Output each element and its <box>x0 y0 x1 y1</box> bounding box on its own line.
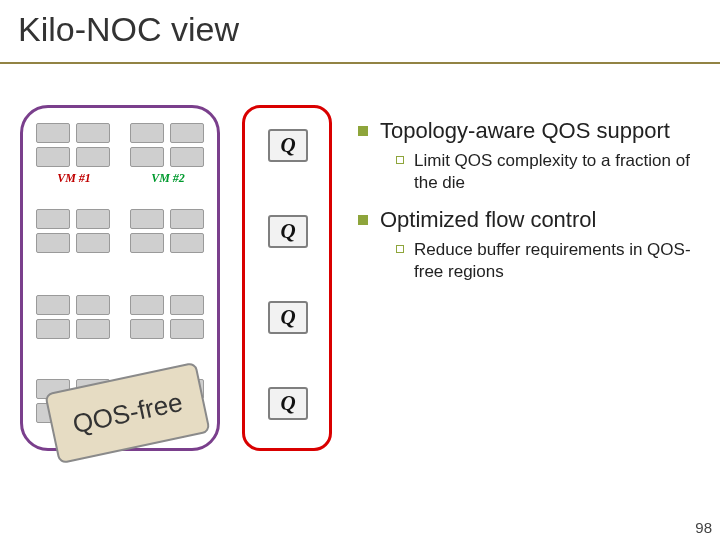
bullet-level1: Topology-aware QOS support <box>358 118 698 144</box>
bullet-square-icon <box>358 126 368 136</box>
tile <box>36 233 70 253</box>
vm-cell-1: VM #1 <box>34 121 114 187</box>
vm-label: VM #2 <box>128 171 208 186</box>
bullet-text: Optimized flow control <box>380 207 596 233</box>
q-node: Q <box>268 129 308 162</box>
q-node: Q <box>268 387 308 420</box>
tile <box>130 209 164 229</box>
bullet-hollow-square-icon <box>396 245 404 253</box>
bullet-content: Topology-aware QOS support Limit QOS com… <box>358 118 698 296</box>
tile-grid <box>34 121 114 169</box>
tile <box>76 319 110 339</box>
tile <box>76 147 110 167</box>
vm-label: VM #1 <box>34 171 114 186</box>
tile <box>76 295 110 315</box>
tile-grid <box>128 207 208 255</box>
vm-cell-5 <box>34 293 114 359</box>
page-number: 98 <box>695 519 712 536</box>
tile <box>36 295 70 315</box>
tile <box>76 209 110 229</box>
bullet-square-icon <box>358 215 368 225</box>
tile <box>36 147 70 167</box>
tile <box>76 123 110 143</box>
bullet-text: Topology-aware QOS support <box>380 118 670 144</box>
vm-cell-2: VM #2 <box>128 121 208 187</box>
tile <box>36 123 70 143</box>
q-node: Q <box>268 215 308 248</box>
tile <box>170 319 204 339</box>
tile <box>130 147 164 167</box>
tile <box>170 147 204 167</box>
tile-grid <box>128 121 208 169</box>
slide: Kilo-NOC view VM #1 VM #2 Q <box>0 0 720 540</box>
vm-cell-4 <box>128 207 208 273</box>
tile-grid <box>34 293 114 341</box>
title-underline <box>0 62 720 64</box>
tile <box>130 123 164 143</box>
tile <box>170 209 204 229</box>
tile <box>36 209 70 229</box>
tile <box>170 123 204 143</box>
tile <box>36 319 70 339</box>
vm-cell-3 <box>34 207 114 273</box>
tile <box>130 319 164 339</box>
bullet-hollow-square-icon <box>396 156 404 164</box>
tile <box>130 295 164 315</box>
bullet-level2: Reduce buffer requirements in QOS-free r… <box>396 239 698 282</box>
tile <box>130 233 164 253</box>
tile-grid <box>34 207 114 255</box>
tile-grid <box>128 293 208 341</box>
bullet-subtext: Limit QOS complexity to a fraction of th… <box>414 150 698 193</box>
slide-title: Kilo-NOC view <box>18 10 239 49</box>
bullet-level1: Optimized flow control <box>358 207 698 233</box>
tile <box>170 233 204 253</box>
tile <box>76 233 110 253</box>
vm-cell-6 <box>128 293 208 359</box>
bullet-level2: Limit QOS complexity to a fraction of th… <box>396 150 698 193</box>
architecture-diagram: VM #1 VM #2 Q <box>20 105 332 451</box>
q-node: Q <box>268 301 308 334</box>
tile <box>170 295 204 315</box>
bullet-subtext: Reduce buffer requirements in QOS-free r… <box>414 239 698 282</box>
